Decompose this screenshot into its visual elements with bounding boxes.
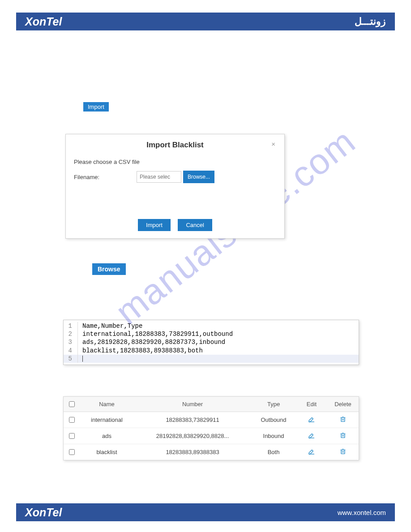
row-checkbox[interactable] [69,433,75,439]
footer-logo-text: XonTel [25,506,62,519]
dialog-import-button[interactable]: Import [138,219,171,231]
cell-type: Both [251,444,296,460]
delete-icon[interactable] [339,432,347,440]
row-checkbox[interactable] [69,417,75,423]
lineno: 4 [64,347,78,355]
table-row: international18288383,73829911Outbound [64,412,359,428]
select-all-checkbox[interactable] [69,401,75,407]
code-content: ads,28192828,83829920,88287373,inbound [78,338,225,346]
csv-sample-block: 1Name,Number,Type 2international,1828838… [63,320,359,365]
footer-logo: XonTel [25,506,62,519]
svg-rect-1 [341,434,345,438]
logo: XonTel [25,15,62,28]
svg-rect-2 [341,450,345,454]
lineno: 1 [64,322,78,330]
import-blacklist-dialog: Import Blacklist × Please choose a CSV f… [65,134,285,239]
svg-rect-0 [341,418,345,422]
logo-text: XonTel [25,15,62,28]
edit-icon[interactable] [308,448,315,456]
delete-icon[interactable] [339,448,347,456]
col-number: Number [134,397,251,412]
blacklist-table: Name Number Type Edit Delete internation… [64,397,359,460]
filename-input[interactable] [137,171,181,183]
lineno: 5 [64,355,78,363]
row-checkbox[interactable] [69,449,75,455]
code-content: Name,Number,Type [78,322,142,330]
cell-number: 18283883,89388383 [134,444,251,460]
filename-label: Filename: [74,174,137,180]
footer-bar: XonTel www.xontel.com [16,503,395,521]
cell-number: 18288383,73829911 [134,412,251,428]
delete-icon[interactable] [339,416,347,424]
dialog-title: Import Blacklist [74,141,276,150]
col-name: Name [80,397,134,412]
code-content [78,355,83,363]
table-row: ads28192828,83829920,8828...Inbound [64,428,359,444]
code-content: blacklist,18283883,89388383,both [78,347,203,355]
dialog-prompt: Please choose a CSV file [74,159,276,165]
lineno: 2 [64,330,78,338]
blacklist-table-wrap: Name Number Type Edit Delete internation… [63,396,359,460]
dialog-cancel-button[interactable]: Cancel [178,219,212,231]
table-row: blacklist18283883,89388383Both [64,444,359,460]
browse-button[interactable]: Browse... [183,171,214,183]
cell-number: 28192828,83829920,8828... [134,428,251,444]
col-edit: Edit [296,397,327,412]
edit-icon[interactable] [308,416,315,424]
edit-icon[interactable] [308,432,315,440]
cell-name: ads [80,428,134,444]
close-icon[interactable]: × [269,140,278,148]
browse-button-ref[interactable]: Browse [92,263,126,275]
lineno: 3 [64,338,78,346]
header-bar: XonTel زونتـــل [16,13,395,30]
cell-name: international [80,412,134,428]
footer-url: www.xontel.com [338,509,386,516]
arabic-logo: زونتـــل [355,16,386,27]
cell-name: blacklist [80,444,134,460]
cell-type: Inbound [251,428,296,444]
import-button-ref[interactable]: Import [83,102,109,112]
col-delete: Delete [327,397,359,412]
col-type: Type [251,397,296,412]
code-content: international,18288383,73829911,outbound [78,330,233,338]
cell-type: Outbound [251,412,296,428]
